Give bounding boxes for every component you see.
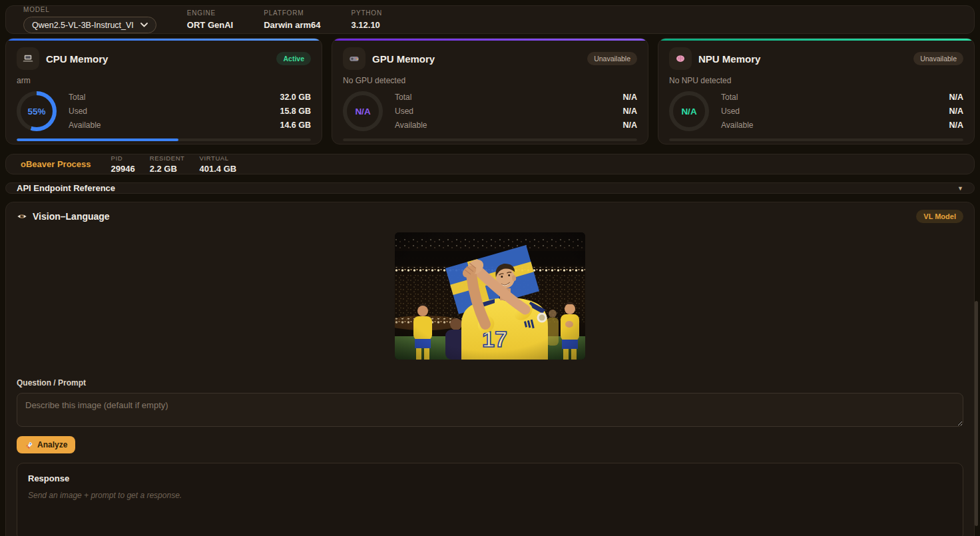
metric-label: Available bbox=[69, 121, 101, 130]
python-label: PYTHON bbox=[351, 9, 381, 17]
metric-row: Total N/A bbox=[721, 93, 963, 102]
cpu-card-body: 55% Total 32.0 GB Used 15.8 GB Available… bbox=[17, 91, 311, 131]
model-label: MODEL bbox=[23, 6, 156, 13]
gpu-usage-ring-value: N/A bbox=[347, 95, 379, 127]
metric-value: N/A bbox=[949, 107, 963, 116]
npu-progress-track bbox=[669, 138, 963, 141]
metric-value: N/A bbox=[949, 121, 963, 130]
metric-value: N/A bbox=[949, 93, 963, 102]
vision-language-panel: Vision–Language VL Model bbox=[5, 202, 975, 536]
vision-language-header: Vision–Language VL Model bbox=[6, 202, 974, 227]
chevron-down-icon bbox=[140, 23, 148, 27]
cpu-accent-bar bbox=[6, 39, 322, 41]
npu-usage-ring: N/A bbox=[669, 91, 709, 131]
prompt-input[interactable] bbox=[17, 393, 963, 427]
metric-label: Available bbox=[721, 121, 753, 130]
prompt-label: Question / Prompt bbox=[17, 378, 963, 388]
metric-label: Used bbox=[395, 107, 413, 116]
cpu-usage-ring-value: 55% bbox=[21, 95, 53, 127]
gamepad-icon bbox=[343, 47, 366, 70]
brain-icon bbox=[669, 47, 692, 70]
gpu-card-body: N/A Total N/A Used N/A Available N/A bbox=[343, 91, 637, 131]
cpu-card-header: CPU Memory Active bbox=[17, 47, 311, 70]
response-title: Response bbox=[28, 473, 952, 483]
metric-row: Total 32.0 GB bbox=[69, 93, 311, 102]
response-panel: Response Send an image + prompt to get a… bbox=[17, 463, 963, 536]
metric-label: Used bbox=[69, 107, 87, 116]
metric-row: Available N/A bbox=[395, 121, 637, 130]
cpu-card-title: CPU Memory bbox=[46, 53, 270, 65]
gpu-card-header: GPU Memory Unavailable bbox=[343, 47, 637, 70]
metric-row: Available N/A bbox=[721, 121, 963, 130]
npu-usage-ring-value: N/A bbox=[673, 95, 705, 127]
cpu-progress-fill bbox=[17, 138, 178, 141]
resident-value: 2.2 GB bbox=[150, 164, 185, 174]
metric-value: 32.0 GB bbox=[280, 93, 311, 102]
gpu-memory-card: GPU Memory Unavailable No GPU detected N… bbox=[332, 38, 648, 144]
process-stats: PID 29946 RESIDENT 2.2 GB VIRTUAL 401.4 … bbox=[111, 154, 237, 174]
virtual-label: VIRTUAL bbox=[200, 154, 237, 162]
platform-label: PLATFORM bbox=[264, 9, 320, 17]
model-select[interactable]: Qwen2.5-VL-3B-Instruct_VI bbox=[23, 17, 156, 33]
platform-value: Darwin arm64 bbox=[264, 20, 320, 30]
pid-value: 29946 bbox=[111, 164, 135, 174]
metric-row: Total N/A bbox=[395, 93, 637, 102]
topbar: MODEL Qwen2.5-VL-3B-Instruct_VI ENGINE O… bbox=[5, 5, 975, 34]
metric-row: Used N/A bbox=[395, 107, 637, 116]
api-endpoint-reference-header[interactable]: API Endpoint Reference ▼ bbox=[5, 182, 975, 194]
resident-stat: RESIDENT 2.2 GB bbox=[150, 154, 185, 174]
metric-label: Total bbox=[69, 93, 85, 102]
gpu-subtitle: No GPU detected bbox=[343, 76, 637, 85]
process-bar: oBeaver Process PID 29946 RESIDENT 2.2 G… bbox=[5, 154, 975, 174]
gpu-metrics: Total N/A Used N/A Available N/A bbox=[395, 93, 637, 130]
npu-accent-bar bbox=[658, 39, 974, 41]
analyze-button[interactable]: Analyze bbox=[17, 436, 75, 453]
metric-value: N/A bbox=[622, 93, 637, 102]
npu-subtitle: No NPU detected bbox=[669, 76, 963, 85]
metric-row: Used N/A bbox=[721, 107, 963, 116]
cpu-memory-card: CPU Memory Active arm 55% Total 32.0 GB … bbox=[5, 38, 322, 144]
cpu-metrics: Total 32.0 GB Used 15.8 GB Available 14.… bbox=[69, 93, 311, 130]
model-select-value: Qwen2.5-VL-3B-Instruct_VI bbox=[32, 21, 134, 30]
gpu-status-badge: Unavailable bbox=[587, 52, 637, 65]
api-endpoint-reference-title: API Endpoint Reference bbox=[17, 183, 115, 193]
metric-label: Used bbox=[721, 107, 740, 116]
metric-value: 14.6 GB bbox=[280, 121, 311, 130]
laptop-icon bbox=[17, 47, 39, 70]
cpu-subtitle: arm bbox=[17, 76, 311, 85]
npu-card-header: NPU Memory Unavailable bbox=[669, 47, 963, 70]
npu-card-body: N/A Total N/A Used N/A Available N/A bbox=[669, 91, 963, 131]
vision-language-title: Vision–Language bbox=[33, 211, 911, 222]
npu-metrics: Total N/A Used N/A Available N/A bbox=[721, 93, 963, 130]
engine-group: ENGINE ORT GenAI bbox=[187, 9, 233, 30]
vertical-scrollbar[interactable] bbox=[975, 301, 978, 526]
gpu-accent-bar bbox=[332, 39, 648, 41]
gpu-usage-ring: N/A bbox=[343, 91, 383, 131]
response-empty-text: Send an image + prompt to get a response… bbox=[28, 491, 952, 500]
metric-value: N/A bbox=[622, 121, 637, 130]
metric-label: Total bbox=[721, 93, 738, 102]
metric-value: N/A bbox=[622, 107, 637, 116]
metric-label: Available bbox=[395, 121, 427, 130]
python-value: 3.12.10 bbox=[351, 20, 381, 30]
metric-label: Total bbox=[395, 93, 411, 102]
platform-group: PLATFORM Darwin arm64 bbox=[264, 9, 320, 30]
npu-status-badge: Unavailable bbox=[913, 52, 963, 65]
virtual-value: 401.4 GB bbox=[200, 164, 237, 174]
chevron-down-icon: ▼ bbox=[957, 185, 963, 192]
cpu-status-badge: Active bbox=[276, 52, 311, 65]
dashboard-page: MODEL Qwen2.5-VL-3B-Instruct_VI ENGINE O… bbox=[0, 0, 980, 536]
pid-label: PID bbox=[111, 154, 135, 162]
cpu-progress-track bbox=[17, 138, 311, 141]
resident-label: RESIDENT bbox=[150, 154, 185, 162]
memory-cards-row: CPU Memory Active arm 55% Total 32.0 GB … bbox=[5, 38, 975, 144]
npu-card-title: NPU Memory bbox=[698, 53, 907, 65]
analyze-button-label: Analyze bbox=[37, 440, 67, 449]
eye-icon bbox=[17, 211, 27, 222]
metric-value: 15.8 GB bbox=[280, 107, 311, 116]
model-group: MODEL Qwen2.5-VL-3B-Instruct_VI bbox=[23, 6, 156, 33]
pid-stat: PID 29946 bbox=[111, 154, 135, 174]
vl-model-badge: VL Model bbox=[916, 210, 963, 223]
metric-row: Available 14.6 GB bbox=[69, 121, 311, 130]
engine-label: ENGINE bbox=[187, 9, 233, 17]
